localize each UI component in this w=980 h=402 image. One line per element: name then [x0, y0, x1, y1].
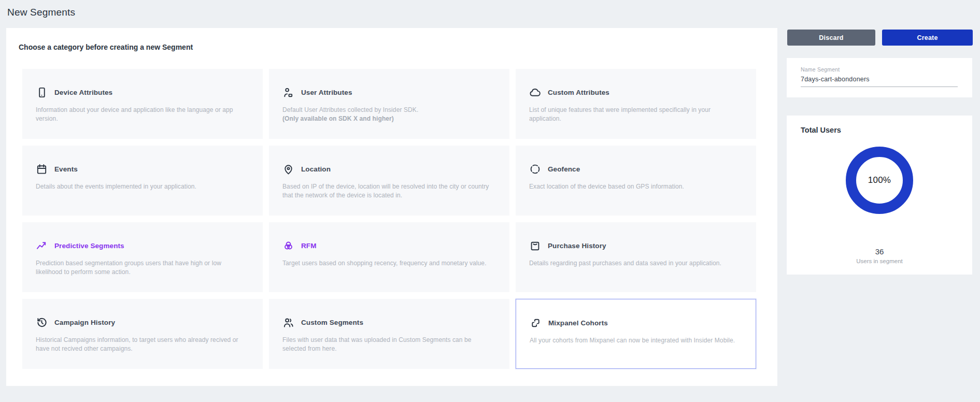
card-description-text: Details about the events implemented in …: [36, 182, 245, 191]
card-description-text: Details regarding past purchases and dat…: [529, 259, 738, 268]
card-title: RFM: [301, 242, 317, 250]
category-card[interactable]: Mixpanel Cohorts All your cohorts from M…: [516, 299, 756, 369]
card-description: Exact location of the device based on GP…: [529, 182, 738, 191]
category-card[interactable]: Purchase History Details regarding past …: [516, 222, 756, 292]
history-clock-icon: [36, 317, 48, 328]
category-card[interactable]: RFM Target users based on shopping recen…: [269, 222, 509, 292]
card-title: Predictive Segments: [54, 242, 124, 250]
shopping-bag-icon: [529, 240, 541, 252]
users-icon: [282, 317, 294, 328]
card-description-text: Default User Attributes collected by Ins…: [282, 106, 492, 114]
card-title: User Attributes: [301, 89, 352, 96]
card-description: Historical Campaigns information, to tar…: [36, 336, 245, 353]
cohorts-link-icon: [530, 317, 542, 329]
map-pin-icon: [282, 163, 294, 175]
card-description: Details regarding past purchases and dat…: [529, 259, 738, 268]
category-card[interactable]: Predictive Segments Prediction based seg…: [22, 222, 263, 292]
category-card[interactable]: Location Based on IP of the device, loca…: [269, 146, 509, 216]
category-card[interactable]: Events Details about the events implemen…: [22, 146, 263, 216]
card-header: Geofence: [529, 163, 580, 176]
card-description-text: All your cohorts from Mixpanel can now b…: [530, 336, 738, 345]
card-header: Custom Segments: [282, 316, 363, 329]
card-title: Purchase History: [548, 242, 606, 250]
card-header: Device Attributes: [36, 86, 112, 99]
card-header: Events: [36, 163, 78, 176]
total-users-card: Total Users 100% 36 Users in segment: [787, 116, 972, 275]
card-description: Based on IP of the device, location will…: [282, 182, 492, 200]
card-description: Target users based on shopping recency, …: [282, 259, 492, 268]
category-card[interactable]: Custom Attributes List of unique feature…: [516, 69, 756, 139]
category-card[interactable]: Campaign History Historical Campaigns in…: [22, 299, 263, 369]
total-users-donut-chart: 100%: [846, 147, 913, 214]
category-panel: Choose a category before creating a new …: [6, 28, 777, 386]
total-users-title: Total Users: [801, 126, 841, 134]
card-description-text: List of unique features that were implem…: [529, 106, 738, 123]
calendar-icon: [36, 163, 48, 175]
card-header: Mixpanel Cohorts: [530, 317, 608, 329]
category-card[interactable]: User Attributes Default User Attributes …: [269, 69, 509, 139]
card-description-note: (Only available on SDK X and higher): [282, 114, 492, 123]
card-description-text: Information about your device and applic…: [36, 106, 245, 123]
card-title: Campaign History: [54, 319, 115, 326]
card-header: Purchase History: [529, 239, 606, 252]
donut-percent-label: 100%: [868, 175, 891, 185]
card-header: RFM: [282, 239, 317, 252]
trend-up-icon: [36, 240, 48, 252]
card-header: Campaign History: [36, 316, 115, 329]
card-header: Custom Attributes: [529, 86, 609, 99]
card-header: User Attributes: [282, 86, 352, 99]
card-header: Location: [282, 163, 331, 176]
panel-subtitle: Choose a category before creating a new …: [19, 43, 193, 51]
card-description-text: Prediction based segmentation groups use…: [36, 259, 245, 277]
card-description: Details about the events implemented in …: [36, 182, 245, 191]
card-title: Device Attributes: [54, 89, 112, 96]
card-header: Predictive Segments: [36, 239, 124, 252]
card-description: Prediction based segmentation groups use…: [36, 259, 245, 277]
card-description: All your cohorts from Mixpanel can now b…: [530, 336, 738, 345]
card-title: Mixpanel Cohorts: [548, 319, 608, 327]
user-attribute-icon: [282, 87, 294, 98]
device-icon: [36, 87, 48, 98]
card-description-text: Target users based on shopping recency, …: [282, 259, 492, 268]
users-count-caption: Users in segment: [787, 258, 972, 264]
name-segment-input[interactable]: [801, 76, 958, 87]
geofence-icon: [529, 163, 541, 175]
card-description: Information about your device and applic…: [36, 106, 245, 123]
card-description: Files with user data that was uploaded i…: [282, 336, 492, 353]
category-grid: Device Attributes Information about your…: [22, 69, 756, 369]
create-button[interactable]: Create: [882, 30, 973, 46]
card-description-text: Based on IP of the device, location will…: [282, 182, 492, 200]
card-title: Custom Attributes: [548, 89, 609, 96]
card-description: Default User Attributes collected by Ins…: [282, 106, 492, 123]
category-card[interactable]: Custom Segments Files with user data tha…: [269, 299, 509, 369]
card-title: Geofence: [548, 165, 580, 173]
name-segment-card: Name Segment: [787, 58, 972, 97]
card-title: Events: [54, 165, 78, 173]
category-card[interactable]: Geofence Exact location of the device ba…: [516, 146, 756, 216]
card-title: Custom Segments: [301, 319, 363, 326]
cloud-icon: [529, 87, 541, 98]
category-card[interactable]: Device Attributes Information about your…: [22, 69, 263, 139]
card-description: List of unique features that were implem…: [529, 106, 738, 123]
discard-button[interactable]: Discard: [787, 30, 875, 46]
page-title: New Segments: [7, 7, 75, 18]
card-title: Location: [301, 165, 331, 173]
card-description-text: Historical Campaigns information, to tar…: [36, 336, 245, 353]
card-description-text: Exact location of the device based on GP…: [529, 182, 738, 191]
name-segment-label: Name Segment: [801, 66, 840, 73]
card-description-text: Files with user data that was uploaded i…: [282, 336, 492, 353]
venn-icon: [282, 240, 294, 252]
users-count: 36: [787, 247, 972, 256]
